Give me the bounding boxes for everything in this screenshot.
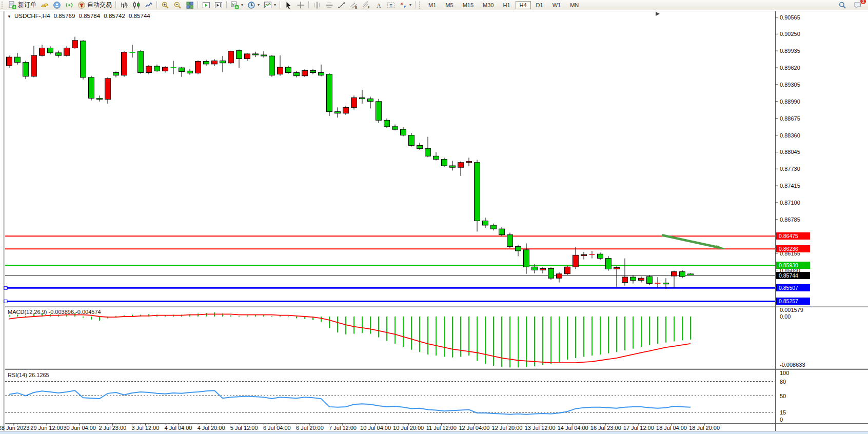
autotrading-button[interactable]: 自动交易 — [75, 0, 114, 10]
candle-body — [516, 247, 521, 251]
date-label: 28 Jun 2023 — [0, 425, 29, 431]
signals-button[interactable] — [63, 0, 75, 10]
candle-body — [335, 112, 341, 113]
candle-body — [163, 67, 168, 71]
ohlc-low: 0.85742 — [104, 13, 125, 19]
crosshair-tool-button[interactable] — [294, 0, 307, 10]
candle-body — [598, 254, 603, 258]
notification-count-badge: 1 — [860, 0, 866, 5]
macd-axis-label: 0.001579 — [780, 307, 803, 313]
date-label: 10 Jul 20:00 — [393, 425, 424, 431]
candle-body — [458, 163, 464, 167]
svg-text:T: T — [390, 3, 392, 8]
date-label: 3 Jul 12:00 — [131, 425, 159, 431]
timeframe-m15[interactable]: M15 — [459, 1, 478, 9]
funds-button[interactable] — [38, 0, 51, 10]
new-order-button[interactable]: 新订单 — [6, 0, 38, 10]
tile-windows-button[interactable] — [184, 0, 196, 10]
price-tick-label: 0.89305 — [780, 82, 800, 88]
line-handle[interactable] — [4, 300, 7, 303]
timeframe-h4[interactable]: H4 — [516, 1, 531, 9]
fibonacci-tool[interactable]: F — [360, 0, 372, 10]
rsi-axis-label: 50 — [780, 393, 786, 399]
timeframe-m1[interactable]: M1 — [424, 1, 440, 9]
toolbar-separator — [198, 1, 199, 9]
candle-body — [614, 267, 620, 269]
price-badge-0.86236: 0.86236 — [776, 245, 810, 252]
channel-tool[interactable]: E — [348, 0, 360, 10]
candle-body — [409, 135, 415, 146]
zoom-out-button[interactable] — [171, 0, 184, 10]
date-label: 6 Jul 20:00 — [296, 425, 324, 431]
candle-body — [376, 102, 382, 121]
candle-body — [179, 68, 185, 71]
candle-body — [56, 53, 62, 55]
hline-icon — [325, 1, 333, 9]
chart-shift-button[interactable] — [212, 0, 225, 10]
date-label: 2 Jul 23:00 — [98, 425, 126, 431]
price-badge-0.85507: 0.85507 — [776, 284, 810, 291]
candle-body — [351, 98, 357, 108]
new-chart-icon — [231, 1, 239, 9]
label-tool[interactable]: T — [385, 0, 397, 10]
community-button[interactable] — [51, 0, 63, 10]
candle-body — [253, 54, 259, 55]
zoom-in-button[interactable] — [159, 0, 171, 10]
chevron-down-icon: ▾ — [409, 3, 411, 7]
vertical-line-tool[interactable] — [311, 0, 323, 10]
rsi-axis-label: 100 — [780, 370, 789, 376]
chart-menu-icon[interactable]: ▼ — [7, 14, 11, 19]
candle-body — [195, 62, 201, 73]
candle-body — [204, 62, 209, 64]
date-label: 16 Jul 23:00 — [590, 425, 621, 431]
text-tool[interactable]: A — [372, 0, 385, 10]
gold-icon — [41, 1, 49, 9]
templates-button[interactable]: ▾ — [262, 0, 278, 10]
date-label: 6 Jul 04:00 — [263, 425, 291, 431]
line-handle[interactable] — [4, 286, 7, 289]
candle-body — [442, 160, 447, 166]
horizontal-line-tool[interactable] — [323, 0, 336, 10]
toolbar-grip — [2, 2, 5, 9]
candle-body — [425, 149, 431, 156]
candle-body — [31, 55, 37, 76]
candle-body — [433, 156, 439, 159]
ohlc-close: 0.85744 — [129, 13, 150, 19]
date-label: 29 Jun 12:00 — [30, 425, 63, 431]
search-button[interactable] — [836, 0, 849, 10]
timeframe-w1[interactable]: W1 — [548, 1, 565, 9]
timeframe-m30[interactable]: M30 — [479, 1, 498, 9]
cursor-tool-button[interactable] — [282, 0, 294, 10]
notifications-button[interactable]: 1 — [852, 0, 864, 10]
price-tick-label: 0.88990 — [780, 98, 800, 105]
date-label: 4 Jul 04:00 — [165, 425, 192, 431]
bar-chart-button[interactable] — [118, 0, 130, 10]
timeframe-mn[interactable]: MN — [566, 1, 583, 9]
line-chart-button[interactable] — [143, 0, 155, 10]
chart-candles-icon — [132, 1, 141, 9]
candle-body — [261, 55, 267, 56]
candlestick-chart-button[interactable] — [130, 0, 143, 10]
candle-body — [360, 98, 365, 99]
trendline-tool[interactable] — [336, 0, 348, 10]
timeframe-m5[interactable]: M5 — [441, 1, 457, 9]
chart-canvas[interactable] — [0, 10, 868, 434]
macd-axis-label: 0.00 — [780, 313, 791, 320]
timeframe-h1[interactable]: H1 — [499, 1, 514, 9]
candle-body — [187, 71, 193, 73]
candle-body — [450, 166, 456, 167]
candle-body — [40, 48, 45, 56]
text-a-icon: A — [374, 1, 383, 9]
candle-body — [319, 73, 324, 75]
arrows-tool[interactable]: ▾ — [397, 0, 413, 10]
candle-body — [245, 54, 250, 58]
candle-body — [532, 267, 538, 270]
candle-body — [401, 129, 406, 135]
candle-body — [507, 235, 513, 247]
auto-scroll-button[interactable] — [200, 0, 212, 10]
timeframe-d1[interactable]: D1 — [532, 1, 547, 9]
periods-button[interactable]: ▾ — [245, 0, 262, 10]
candle-body — [680, 272, 685, 277]
new-chart-button[interactable]: ▾ — [229, 0, 245, 10]
date-label: 5 Jul 12:00 — [230, 425, 258, 431]
